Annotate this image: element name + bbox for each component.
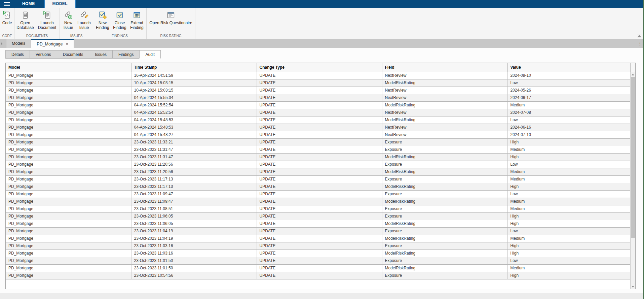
table-cell[interactable]: PD_Mortgage	[6, 250, 131, 257]
tab-overflow-menu-icon[interactable]: ⋮	[636, 39, 644, 48]
document-tab-pd-mortgage[interactable]: PD_Mortgage×	[31, 39, 74, 48]
table-cell[interactable]: UPDATE	[257, 272, 382, 279]
table-cell[interactable]: 2024-06-16	[507, 124, 630, 131]
table-cell[interactable]: 23-Oct-2023 11:01:50	[131, 257, 257, 264]
table-row[interactable]: PD_Mortgage23-Oct-2023 11:06:05UPDATEMod…	[6, 220, 635, 227]
table-cell[interactable]: High	[507, 242, 630, 250]
table-cell[interactable]: Low	[507, 257, 630, 264]
table-cell[interactable]: PD_Mortgage	[6, 257, 131, 264]
table-cell[interactable]: NextReview	[382, 131, 507, 138]
column-header-field[interactable]: Field	[382, 63, 507, 72]
table-cell[interactable]: 23-Oct-2023 11:17:13	[131, 175, 257, 183]
table-cell[interactable]: UPDATE	[257, 227, 382, 235]
vertical-scrollbar[interactable]	[630, 72, 635, 289]
collapse-ribbon-button[interactable]	[637, 34, 642, 37]
table-cell[interactable]: 23-Oct-2023 10:54:56	[131, 272, 257, 279]
table-cell[interactable]: UPDATE	[257, 190, 382, 198]
table-cell[interactable]: Exposure	[382, 146, 507, 153]
table-cell[interactable]: UPDATE	[257, 175, 382, 183]
table-cell[interactable]: PD_Mortgage	[6, 198, 131, 205]
table-cell[interactable]: ModelRiskRating	[382, 264, 507, 272]
table-cell[interactable]: Exposure	[382, 205, 507, 212]
table-cell[interactable]: ModelRiskRating	[382, 101, 507, 109]
table-cell[interactable]: ModelRiskRating	[382, 183, 507, 190]
table-cell[interactable]: PD_Mortgage	[6, 101, 131, 109]
table-cell[interactable]: 16-Apr-2024 14:51:59	[131, 72, 257, 79]
tab-issues[interactable]: Issues	[89, 50, 112, 59]
table-cell[interactable]: 23-Oct-2023 11:01:50	[131, 264, 257, 272]
table-cell[interactable]: Medium	[507, 205, 630, 212]
table-row[interactable]: PD_Mortgage23-Oct-2023 11:08:51UPDATEExp…	[6, 205, 635, 212]
table-row[interactable]: PD_Mortgage23-Oct-2023 11:04:19UPDATEMod…	[6, 235, 635, 242]
scroll-up-icon[interactable]	[631, 72, 635, 77]
table-cell[interactable]: ModelRiskRating	[382, 116, 507, 124]
table-cell[interactable]: UPDATE	[257, 257, 382, 264]
table-cell[interactable]: UPDATE	[257, 264, 382, 272]
table-cell[interactable]: UPDATE	[257, 94, 382, 101]
column-header-value[interactable]: Value	[507, 63, 630, 72]
table-cell[interactable]: 04-Apr-2024 15:55:34	[131, 94, 257, 101]
code-button[interactable]: </> Code	[1, 8, 13, 25]
tab-findings[interactable]: Findings	[112, 50, 139, 59]
table-cell[interactable]: PD_Mortgage	[6, 124, 131, 131]
table-cell[interactable]: PD_Mortgage	[6, 212, 131, 220]
table-cell[interactable]: 2024-07-10	[507, 131, 630, 138]
table-cell[interactable]: 04-Apr-2024 15:48:27	[131, 131, 257, 138]
table-cell[interactable]: NextReview	[382, 124, 507, 131]
table-cell[interactable]: 23-Oct-2023 11:20:56	[131, 161, 257, 168]
open-risk-questionaire-button[interactable]: Open Risk Questionaire	[147, 8, 194, 25]
table-cell[interactable]: Low	[507, 116, 630, 124]
table-cell[interactable]: PD_Mortgage	[6, 242, 131, 250]
table-row[interactable]: PD_Mortgage04-Apr-2024 15:48:53UPDATENex…	[6, 124, 635, 131]
table-cell[interactable]: PD_Mortgage	[6, 235, 131, 242]
table-cell[interactable]: High	[507, 183, 630, 190]
table-cell[interactable]: PD_Mortgage	[6, 227, 131, 235]
table-cell[interactable]: 23-Oct-2023 11:06:05	[131, 212, 257, 220]
table-row[interactable]: PD_Mortgage10-Apr-2024 15:03:15UPDATEMod…	[6, 79, 635, 87]
table-row[interactable]: PD_Mortgage04-Apr-2024 15:48:53UPDATEMod…	[6, 116, 635, 124]
table-cell[interactable]: Medium	[507, 168, 630, 175]
table-cell[interactable]: UPDATE	[257, 153, 382, 161]
table-cell[interactable]: 23-Oct-2023 11:09:47	[131, 190, 257, 198]
table-cell[interactable]: PD_Mortgage	[6, 109, 131, 116]
table-cell[interactable]: UPDATE	[257, 131, 382, 138]
table-cell[interactable]: Low	[507, 79, 630, 87]
table-cell[interactable]: PD_Mortgage	[6, 175, 131, 183]
table-cell[interactable]: PD_Mortgage	[6, 272, 131, 279]
table-cell[interactable]: Exposure	[382, 161, 507, 168]
table-cell[interactable]: PD_Mortgage	[6, 161, 131, 168]
extend-finding-button[interactable]: Extend Finding	[128, 8, 146, 30]
table-cell[interactable]: ModelRiskRating	[382, 250, 507, 257]
scroll-down-icon[interactable]	[631, 284, 635, 289]
table-cell[interactable]: 04-Apr-2024 15:52:54	[131, 109, 257, 116]
table-cell[interactable]: UPDATE	[257, 235, 382, 242]
table-cell[interactable]: 10-Apr-2024 15:03:15	[131, 87, 257, 94]
launch-document-button[interactable]: Launch Document	[35, 8, 59, 30]
table-cell[interactable]: UPDATE	[257, 72, 382, 79]
table-cell[interactable]: 2024-06-17	[507, 94, 630, 101]
table-cell[interactable]: UPDATE	[257, 220, 382, 227]
table-cell[interactable]: UPDATE	[257, 205, 382, 212]
table-cell[interactable]: 23-Oct-2023 11:03:16	[131, 250, 257, 257]
tab-versions[interactable]: Versions	[30, 50, 57, 59]
table-cell[interactable]: 23-Oct-2023 11:17:13	[131, 183, 257, 190]
table-cell[interactable]: 23-Oct-2023 11:03:16	[131, 242, 257, 250]
table-cell[interactable]: PD_Mortgage	[6, 183, 131, 190]
table-cell[interactable]: Medium	[507, 175, 630, 183]
table-cell[interactable]: Medium	[507, 101, 630, 109]
open-database-button[interactable]: Open Database	[15, 8, 35, 30]
table-cell[interactable]: 04-Apr-2024 15:48:53	[131, 116, 257, 124]
table-cell[interactable]: Exposure	[382, 227, 507, 235]
table-cell[interactable]: UPDATE	[257, 87, 382, 94]
table-cell[interactable]: Exposure	[382, 190, 507, 198]
table-cell[interactable]: UPDATE	[257, 212, 382, 220]
table-cell[interactable]: ModelRiskRating	[382, 198, 507, 205]
table-cell[interactable]: 23-Oct-2023 11:33:21	[131, 138, 257, 146]
table-row[interactable]: PD_Mortgage04-Apr-2024 15:52:54UPDATEMod…	[6, 101, 635, 109]
table-cell[interactable]: NextReview	[382, 87, 507, 94]
table-cell[interactable]: Medium	[507, 146, 630, 153]
table-cell[interactable]: 10-Apr-2024 15:03:15	[131, 79, 257, 87]
table-cell[interactable]: Exposure	[382, 138, 507, 146]
table-cell[interactable]: High	[507, 272, 630, 279]
table-row[interactable]: PD_Mortgage04-Apr-2024 15:52:54UPDATENex…	[6, 109, 635, 116]
